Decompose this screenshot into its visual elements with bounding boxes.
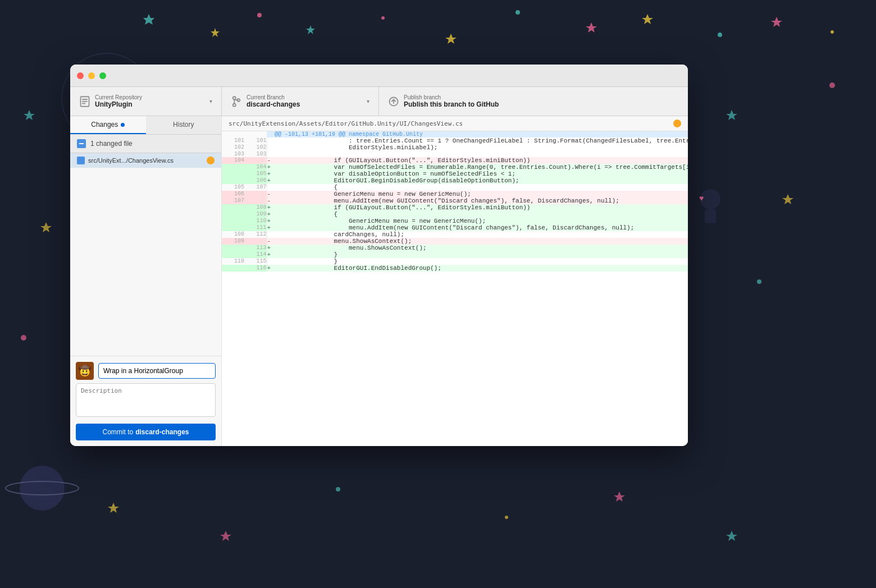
file-item[interactable]: src/UnityExt.../ChangesView.cs xyxy=(70,153,221,168)
line-num-old xyxy=(222,164,244,171)
line-num-old xyxy=(222,218,244,224)
line-num-new: 101 xyxy=(244,137,267,144)
minimize-button[interactable] xyxy=(88,72,95,79)
commit-summary-input[interactable] xyxy=(98,363,216,379)
line-num-new: 111 xyxy=(244,224,267,231)
line-code: cardChanges, null); xyxy=(275,231,688,238)
diff-line-row: 103 103 xyxy=(222,151,688,157)
line-num-new: 109 xyxy=(244,211,267,218)
line-code: EditorGUI.BeginDisabledGroup(disableOpti… xyxy=(275,177,688,184)
commit-row: 🤠 xyxy=(76,362,216,380)
svg-point-37 xyxy=(233,103,236,106)
line-num-new: 110 xyxy=(244,218,267,224)
tab-changes[interactable]: Changes xyxy=(70,116,146,134)
line-code: var disableOptionButton = numOfSelectedF… xyxy=(275,171,688,177)
file-modified-badge xyxy=(207,157,215,164)
commit-button-prefix: Commit to xyxy=(102,428,133,436)
line-num-new: 104 xyxy=(244,164,267,171)
main-content: Changes History 1 changed file xyxy=(70,116,688,446)
changed-files-header: 1 changed file xyxy=(70,135,221,153)
line-num-new: 114 xyxy=(244,251,267,258)
line-num-old: 107 xyxy=(222,197,244,204)
diff-line-row: 107 - menu.AddItem(new GUIContent("Disca… xyxy=(222,197,688,204)
diff-path: src/UnityExtension/Assets/Editor/GitHub.… xyxy=(229,120,463,127)
line-num-old xyxy=(222,211,244,218)
publish-desc: Publish this branch to GitHub xyxy=(404,100,499,108)
svg-marker-8 xyxy=(642,14,653,24)
line-code: menu.AddItem(new GUIContent("Discard cha… xyxy=(275,224,688,231)
diff-header: src/UnityExtension/Assets/Editor/GitHub.… xyxy=(222,116,688,131)
line-code: menu.ShowAsContext(); xyxy=(275,245,688,251)
line-code: GenericMenu menu = new GenericMenu(); xyxy=(275,218,688,224)
avatar: 🤠 xyxy=(76,362,94,380)
branch-selector[interactable]: Current Branch discard-changes ▾ xyxy=(222,87,379,116)
line-num-old: 108 xyxy=(222,231,244,238)
publish-icon xyxy=(388,96,399,107)
line-code: menu.AddItem(new GUIContent("Discard cha… xyxy=(275,197,688,204)
svg-point-11 xyxy=(831,30,834,34)
svg-marker-13 xyxy=(40,222,52,232)
collapse-icon[interactable] xyxy=(77,139,86,148)
line-num-new xyxy=(244,191,267,197)
svg-marker-1 xyxy=(211,28,220,37)
diff-content[interactable]: @@ -101,13 +101,19 @@ namespace GitHub.U… xyxy=(222,131,688,446)
commit-description-input[interactable] xyxy=(76,383,216,417)
line-num-old: 110 xyxy=(222,258,244,265)
diff-line-row: 108 + if (GUILayout.Button("...", Editor… xyxy=(222,204,688,211)
commit-button[interactable]: Commit to discard-changes xyxy=(76,424,216,440)
line-code xyxy=(275,151,688,157)
svg-point-23 xyxy=(829,82,835,88)
svg-point-14 xyxy=(21,335,26,341)
diff-hunk-row: @@ -101,13 +101,19 @@ namespace GitHub.U… xyxy=(222,131,688,137)
repo-icon xyxy=(79,96,90,107)
publish-button[interactable]: Publish branch Publish this branch to Gi… xyxy=(379,87,688,116)
svg-point-28 xyxy=(6,481,79,495)
file-list: src/UnityExt.../ChangesView.cs xyxy=(70,153,221,356)
diff-line-row: 106 - GenericMenu menu = new GenericMenu… xyxy=(222,191,688,197)
line-num-new: 103 xyxy=(244,151,267,157)
line-num-new: 102 xyxy=(244,144,267,151)
line-num-old: 104 xyxy=(222,157,244,164)
line-num-new: 107 xyxy=(244,184,267,191)
svg-marker-3 xyxy=(306,25,315,34)
traffic-lights xyxy=(77,72,106,79)
svg-marker-12 xyxy=(24,110,35,120)
svg-marker-19 xyxy=(614,491,625,502)
diff-line-row: 116 + EditorGUI.EndDisabledGroup(); xyxy=(222,265,688,272)
line-num-new xyxy=(244,131,267,137)
line-num-old: 106 xyxy=(222,191,244,197)
close-button[interactable] xyxy=(77,72,84,79)
diff-modified-badge xyxy=(673,120,681,127)
svg-marker-20 xyxy=(726,531,737,541)
svg-rect-41 xyxy=(79,143,84,144)
line-num-old xyxy=(222,171,244,177)
line-num-old: 105 xyxy=(222,184,244,191)
diff-line-row: 113 + menu.ShowAsContext(); xyxy=(222,245,688,251)
line-num-old xyxy=(222,245,244,251)
svg-rect-30 xyxy=(705,209,716,223)
svg-point-18 xyxy=(505,516,508,519)
tab-bar: Changes History xyxy=(70,116,221,135)
changed-files-label: 1 changed file xyxy=(90,140,133,148)
svg-point-9 xyxy=(718,33,722,37)
line-num-new: 116 xyxy=(244,265,267,272)
svg-marker-22 xyxy=(782,194,793,204)
line-num-new: 105 xyxy=(244,171,267,177)
tab-history[interactable]: History xyxy=(146,116,222,134)
line-num-new: 113 xyxy=(244,245,267,251)
branch-text: Current Branch discard-changes xyxy=(247,94,300,108)
line-num-old: 101 xyxy=(222,137,244,144)
diff-line-row: 114 + } xyxy=(222,251,688,258)
commit-button-branch: discard-changes xyxy=(135,428,189,436)
diff-line-row: 102 102 EditorStyles.miniLabel); xyxy=(222,144,688,151)
maximize-button[interactable] xyxy=(99,72,106,79)
line-code: menu.ShowAsContext(); xyxy=(275,238,688,245)
svg-point-29 xyxy=(700,189,720,209)
diff-line-row: 109 - menu.ShowAsContext(); xyxy=(222,238,688,245)
diff-panel: src/UnityExtension/Assets/Editor/GitHub.… xyxy=(222,116,688,446)
line-num-old xyxy=(222,251,244,258)
diff-table: @@ -101,13 +101,19 @@ namespace GitHub.U… xyxy=(222,131,688,272)
svg-marker-5 xyxy=(445,34,457,44)
repo-selector[interactable]: Current Repository UnityPlugin ▾ xyxy=(70,87,222,116)
repo-name: UnityPlugin xyxy=(95,100,142,108)
